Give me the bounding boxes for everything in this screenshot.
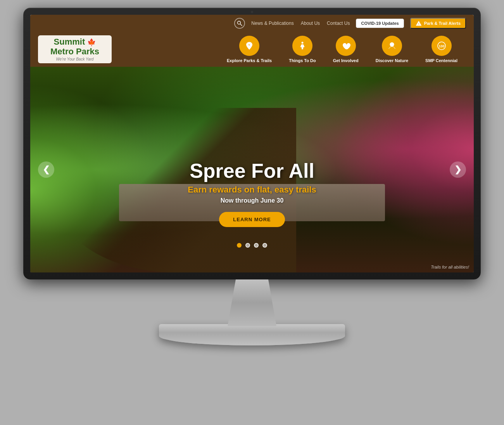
covid-button[interactable]: COVID-19 Updates	[356, 19, 404, 28]
explore-label: Explore Parks & Trails	[227, 58, 272, 63]
centennial-icon: 100	[432, 36, 452, 56]
slider-dots	[237, 243, 267, 248]
logo-title: Summit 🍁 Metro Parks	[50, 37, 99, 56]
centennial-label: SMP Centennial	[425, 58, 457, 63]
nav-item-nature[interactable]: Discover Nature	[367, 33, 417, 66]
svg-point-3	[301, 42, 303, 44]
learn-more-button[interactable]: LEARN MORE	[219, 212, 285, 227]
hero-slider: ❮ ❯ Spree For All Earn rewards on flat, …	[30, 67, 474, 272]
prev-slide-button[interactable]: ❮	[38, 161, 54, 178]
svg-point-6	[343, 44, 345, 46]
slide-dot-1[interactable]	[237, 243, 242, 248]
nav-item-centennial[interactable]: 100 SMP Centennial	[417, 33, 466, 66]
nature-label: Discover Nature	[376, 58, 408, 63]
nature-icon	[382, 36, 402, 56]
nav-item-things[interactable]: Things To Do	[280, 33, 324, 66]
nav-publications[interactable]: News & Publications	[251, 21, 293, 26]
monitor-neck	[225, 279, 279, 326]
monitor-base	[159, 324, 345, 345]
monitor-screen: News & Publications About Us Contact Us …	[30, 15, 474, 272]
svg-text:100: 100	[438, 44, 444, 48]
explore-icon	[239, 36, 259, 56]
involved-icon	[336, 36, 356, 56]
top-bar-links: News & Publications About Us Contact Us	[251, 21, 350, 26]
svg-line-1	[240, 24, 242, 26]
involved-label: Get Involved	[333, 58, 359, 63]
nav-item-involved[interactable]: Get Involved	[324, 33, 367, 66]
slide-dot-4[interactable]	[262, 243, 267, 248]
search-icon[interactable]	[234, 18, 245, 29]
logo-tagline: We're Your Back Yard	[56, 57, 94, 61]
monitor-wrapper: News & Publications About Us Contact Us …	[19, 0, 485, 425]
nav-item-explore[interactable]: Explore Parks & Trails	[218, 33, 280, 66]
hero-caption: Trails for all abilities!	[431, 265, 469, 269]
hero-date: Now through June 30	[155, 197, 349, 204]
slide-dot-3[interactable]	[254, 243, 259, 248]
top-bar: News & Publications About Us Contact Us …	[30, 15, 474, 32]
things-label: Things To Do	[289, 58, 316, 63]
monitor-bezel: News & Publications About Us Contact Us …	[23, 8, 481, 279]
camera-dot	[251, 11, 253, 13]
nav-contact[interactable]: Contact Us	[327, 21, 350, 26]
slide-dot-2[interactable]	[245, 243, 250, 248]
svg-text:!: !	[418, 22, 419, 26]
main-nav: Explore Parks & Trails	[218, 33, 466, 66]
next-slide-button[interactable]: ❯	[450, 161, 466, 178]
svg-point-7	[347, 44, 348, 46]
logo-box[interactable]: Summit 🍁 Metro Parks We're Your Back Yar…	[38, 35, 112, 63]
header: Summit 🍁 Metro Parks We're Your Back Yar…	[30, 32, 474, 67]
alert-label: Park & Trail Alerts	[424, 21, 461, 26]
logo-leaf: 🍁	[87, 38, 96, 46]
site-wrapper: News & Publications About Us Contact Us …	[30, 15, 474, 272]
things-icon	[292, 36, 312, 56]
hero-subtitle: Earn rewards on flat, easy trails	[155, 185, 349, 195]
hero-title: Spree For All	[155, 161, 349, 181]
alert-button[interactable]: ! Park & Trail Alerts	[410, 18, 466, 29]
hero-content: Spree For All Earn rewards on flat, easy…	[155, 161, 349, 227]
nav-about[interactable]: About Us	[301, 21, 320, 26]
svg-point-0	[238, 21, 241, 24]
alert-triangle-icon: !	[416, 21, 422, 26]
